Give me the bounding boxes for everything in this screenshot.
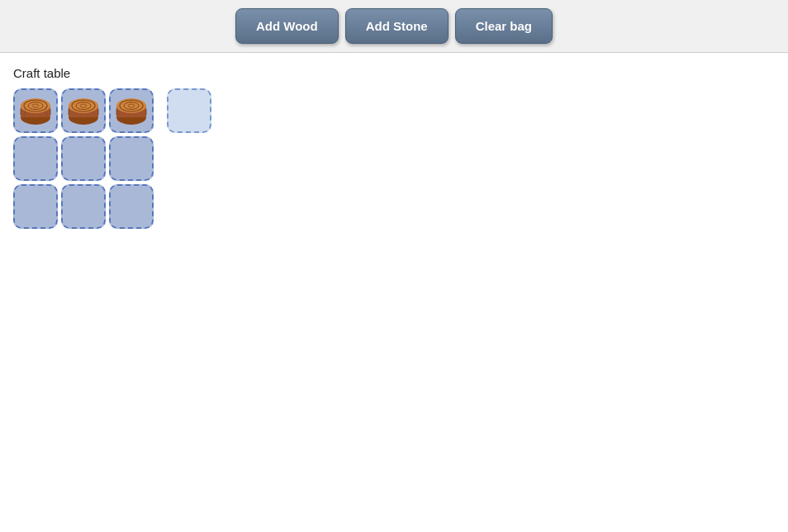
grid-cell-2-2[interactable]	[109, 184, 154, 229]
craft-table-label: Craft table	[13, 66, 775, 80]
grid-cell-2-1[interactable]	[61, 184, 106, 229]
add-wood-button[interactable]: Add Wood	[235, 8, 339, 44]
grid-cell-1-1[interactable]	[61, 136, 106, 181]
grid-cell-2-0[interactable]	[13, 184, 58, 229]
result-cell[interactable]	[167, 88, 211, 133]
grid-cell-0-0[interactable]	[13, 88, 58, 133]
grid-cell-1-0[interactable]	[13, 136, 58, 181]
crafting-grid	[13, 88, 154, 229]
grid-cell-1-2[interactable]	[109, 136, 154, 181]
craft-area	[13, 88, 775, 229]
wood-icon-0-0	[17, 93, 54, 129]
svg-point-20	[116, 98, 146, 113]
grid-cell-0-1[interactable]	[61, 88, 106, 133]
clear-bag-button[interactable]: Clear bag	[455, 8, 553, 44]
toolbar: Add Wood Add Stone Clear bag	[0, 0, 788, 53]
main-area: Craft table	[0, 53, 788, 242]
wood-icon-0-1	[65, 93, 102, 129]
wood-icon-0-2	[113, 93, 150, 129]
add-stone-button[interactable]: Add Stone	[345, 8, 449, 44]
grid-cell-0-2[interactable]	[109, 88, 154, 133]
svg-point-12	[69, 98, 98, 113]
